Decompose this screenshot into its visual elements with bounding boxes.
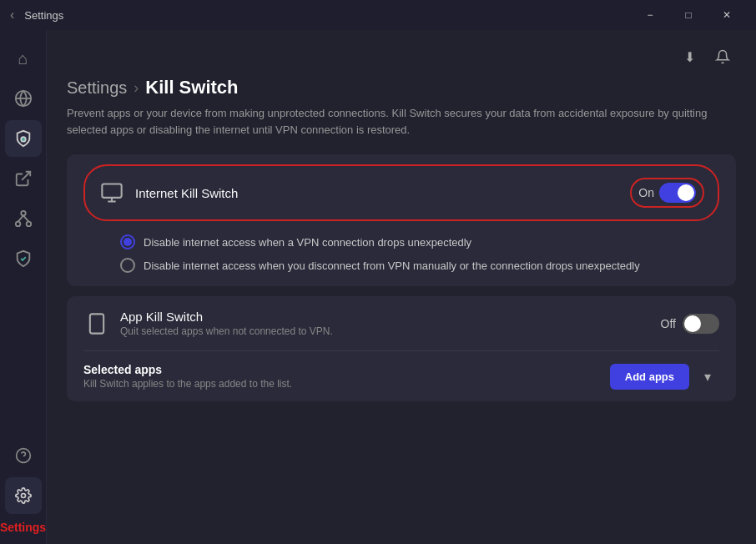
settings-bottom-label: Settings bbox=[0, 521, 46, 534]
selected-apps-row: Selected apps Kill Switch applies to the… bbox=[67, 351, 736, 401]
app-kill-switch-row: App Kill Switch Quit selected apps when … bbox=[67, 296, 736, 350]
sidebar-item-nodes[interactable] bbox=[5, 200, 42, 237]
add-apps-button[interactable]: Add apps bbox=[610, 364, 689, 390]
svg-point-11 bbox=[21, 494, 25, 498]
content-header: ⬇ bbox=[47, 30, 756, 77]
internet-kill-switch-label-group: Internet Kill Switch bbox=[98, 179, 238, 206]
app-body: ⌂ Settings bbox=[0, 30, 756, 544]
breadcrumb-current: Kill Switch bbox=[145, 77, 238, 98]
radio-text-1: Disable internet access when a VPN conne… bbox=[144, 236, 471, 249]
internet-kill-switch-icon bbox=[98, 179, 125, 206]
sidebar-item-globe[interactable] bbox=[5, 80, 42, 117]
selected-apps-info: Selected apps Kill Switch applies to the… bbox=[83, 363, 292, 390]
app-kill-switch-toggle-label: Off bbox=[661, 317, 676, 330]
selected-apps-chevron[interactable]: ▾ bbox=[696, 365, 719, 388]
sidebar-item-home[interactable]: ⌂ bbox=[5, 40, 42, 77]
app-kill-switch-icon bbox=[83, 310, 110, 337]
selected-apps-title: Selected apps bbox=[83, 363, 292, 376]
title-bar-controls: − □ ✕ bbox=[631, 0, 746, 30]
internet-kill-switch-toggle-label: On bbox=[638, 186, 654, 199]
radio-circle-2 bbox=[120, 258, 135, 273]
toggle-knob bbox=[678, 184, 694, 201]
radio-option-2[interactable]: Disable internet access when you disconn… bbox=[120, 258, 719, 273]
app-kill-switch-toggle-knob bbox=[684, 315, 701, 332]
svg-point-6 bbox=[26, 222, 30, 227]
breadcrumb-settings: Settings bbox=[67, 78, 127, 98]
radio-text-2: Disable internet access when you disconn… bbox=[144, 259, 640, 272]
content-area: ⬇ Settings › Kill Switch Prevent apps or… bbox=[47, 30, 756, 544]
app-kill-switch-label-group: App Kill Switch Quit selected apps when … bbox=[83, 310, 333, 337]
svg-point-2 bbox=[21, 137, 26, 142]
breadcrumb: Settings › Kill Switch bbox=[47, 77, 756, 102]
main-scroll: Internet Kill Switch On Disable bbox=[47, 154, 756, 544]
page-description: Prevent apps or your device from making … bbox=[47, 102, 731, 154]
sidebar: ⌂ Settings bbox=[0, 30, 47, 544]
internet-kill-switch-label: Internet Kill Switch bbox=[135, 186, 238, 200]
svg-rect-12 bbox=[102, 184, 121, 198]
sidebar-item-settings[interactable] bbox=[5, 477, 42, 514]
radio-options: Disable internet access when a VPN conne… bbox=[67, 231, 736, 286]
svg-point-5 bbox=[15, 222, 20, 227]
app-kill-switch-card: App Kill Switch Quit selected apps when … bbox=[67, 296, 736, 401]
restore-button[interactable]: □ bbox=[669, 0, 708, 30]
svg-line-3 bbox=[22, 172, 30, 180]
back-arrow[interactable]: ‹ bbox=[10, 8, 14, 23]
svg-point-4 bbox=[21, 211, 26, 216]
selected-apps-actions: Add apps ▾ bbox=[610, 364, 719, 390]
app-kill-switch-label: App Kill Switch bbox=[120, 310, 333, 324]
internet-kill-switch-toggle[interactable] bbox=[659, 183, 696, 203]
sidebar-item-help[interactable] bbox=[5, 437, 42, 474]
sidebar-item-arrow[interactable] bbox=[5, 160, 42, 197]
svg-line-7 bbox=[18, 215, 23, 221]
internet-kill-switch-toggle-wrapper: On bbox=[630, 178, 704, 208]
svg-line-8 bbox=[23, 215, 28, 221]
radio-circle-1 bbox=[120, 234, 135, 249]
download-button[interactable]: ⬇ bbox=[676, 43, 703, 70]
internet-kill-switch-card: Internet Kill Switch On Disable bbox=[67, 154, 736, 286]
notification-button[interactable] bbox=[709, 43, 736, 70]
radio-dot-1 bbox=[123, 238, 132, 246]
selected-apps-subtitle: Kill Switch applies to the apps added to… bbox=[83, 378, 292, 390]
breadcrumb-separator: › bbox=[134, 79, 139, 97]
title-bar-left: ‹ Settings bbox=[10, 8, 63, 23]
close-button[interactable]: ✕ bbox=[708, 0, 746, 30]
sidebar-item-check[interactable] bbox=[5, 240, 42, 277]
title-bar-title: Settings bbox=[24, 9, 63, 22]
sidebar-item-shield[interactable] bbox=[5, 120, 42, 157]
app-kill-switch-sublabel: Quit selected apps when not connected to… bbox=[120, 325, 333, 337]
title-bar: ‹ Settings − □ ✕ bbox=[0, 0, 756, 30]
radio-option-1[interactable]: Disable internet access when a VPN conne… bbox=[120, 234, 719, 249]
app-kill-switch-toggle[interactable] bbox=[683, 314, 719, 334]
internet-kill-switch-row: Internet Kill Switch On bbox=[83, 164, 719, 221]
app-kill-switch-toggle-container: Off bbox=[661, 314, 719, 334]
minimize-button[interactable]: − bbox=[631, 0, 669, 30]
